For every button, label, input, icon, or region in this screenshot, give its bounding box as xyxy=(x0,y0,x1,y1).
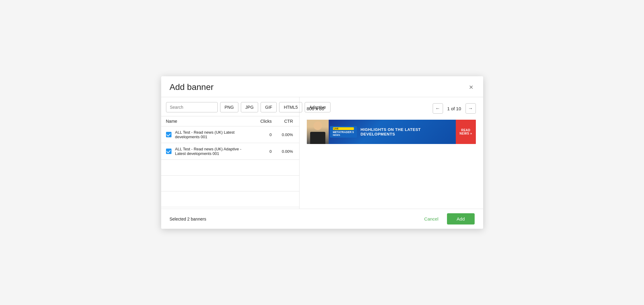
search-input[interactable] xyxy=(166,102,218,112)
row-clicks-2: 0 xyxy=(251,149,272,154)
dialog-body: PNG JPG GIF HTML5 Adaptive Name Clicks C… xyxy=(161,97,483,209)
table-body: ALL Test - Read news (UK) Latest develop… xyxy=(161,126,299,209)
row-checkbox-1[interactable] xyxy=(166,132,171,137)
banner-news-bubble: LIVE METATRADER 5 NEWS xyxy=(330,126,357,138)
footer-actions: Cancel Add xyxy=(421,213,474,224)
table-header: Name Clicks CTR xyxy=(161,116,299,126)
cta-line1: READ xyxy=(461,129,470,132)
filter-html5-button[interactable]: HTML5 xyxy=(279,102,302,112)
page-label: 1 of 10 xyxy=(444,106,464,111)
filter-gif-button[interactable]: GIF xyxy=(261,102,277,112)
row-clicks-1: 0 xyxy=(251,132,272,137)
prev-page-button[interactable]: ← xyxy=(433,103,443,114)
banner-preview: LIVE METATRADER 5 NEWS HIGHLIGHTS ON THE… xyxy=(307,120,476,144)
preview-size: 800 x 80 xyxy=(307,106,324,111)
live-badge: LIVE xyxy=(333,127,354,130)
filter-jpg-button[interactable]: JPG xyxy=(241,102,258,112)
filter-png-button[interactable]: PNG xyxy=(220,102,238,112)
dialog-footer: Selected 2 banners Cancel Add xyxy=(161,209,483,229)
pagination: ← 1 of 10 → xyxy=(433,103,476,114)
left-panel: PNG JPG GIF HTML5 Adaptive Name Clicks C… xyxy=(161,97,299,209)
banner-background: LIVE METATRADER 5 NEWS HIGHLIGHTS ON THE… xyxy=(307,120,476,144)
empty-row xyxy=(161,176,299,191)
dialog-title: Add banner xyxy=(170,82,214,92)
row-ctr-2: 0.00% xyxy=(272,149,293,154)
filter-row: PNG JPG GIF HTML5 Adaptive xyxy=(161,102,299,116)
empty-row xyxy=(161,191,299,207)
table-row[interactable]: ALL Test - Read news (UK) Adaptive - Lat… xyxy=(161,143,299,160)
row-name-2: ALL Test - Read news (UK) Adaptive - Lat… xyxy=(175,147,251,156)
person-face xyxy=(313,122,322,130)
banner-person-image xyxy=(307,120,329,144)
add-banner-dialog: Add banner × PNG JPG GIF HTML5 Adaptive … xyxy=(161,76,483,229)
right-panel: 800 x 80 ← 1 of 10 → LIVE METATRADER 5 xyxy=(299,97,483,209)
next-page-button[interactable]: → xyxy=(466,103,476,114)
row-ctr-1: 0.00% xyxy=(272,132,293,137)
empty-row xyxy=(161,160,299,176)
close-button[interactable]: × xyxy=(468,82,474,92)
row-name-1: ALL Test - Read news (UK) Latest develop… xyxy=(175,130,251,139)
person-body xyxy=(310,132,325,144)
add-button[interactable]: Add xyxy=(447,213,475,224)
cancel-button[interactable]: Cancel xyxy=(421,214,442,224)
dialog-header: Add banner × xyxy=(161,76,483,97)
preview-header: 800 x 80 ← 1 of 10 → xyxy=(307,103,476,114)
selected-count: Selected 2 banners xyxy=(170,217,206,221)
banner-cta: READ NEWS » xyxy=(456,120,476,144)
row-checkbox-2[interactable] xyxy=(166,149,171,154)
col-clicks-header: Clicks xyxy=(251,119,272,124)
news-line2: NEWS xyxy=(333,134,354,136)
table-row[interactable]: ALL Test - Read news (UK) Latest develop… xyxy=(161,126,299,143)
banner-main-text: HIGHLIGHTS ON THE LATEST DEVELOPMENTS xyxy=(357,127,456,136)
news-line1: METATRADER 5 xyxy=(333,131,354,134)
col-name-header: Name xyxy=(166,119,251,124)
col-ctr-header: CTR xyxy=(272,119,293,124)
cta-line2: NEWS » xyxy=(459,132,472,135)
